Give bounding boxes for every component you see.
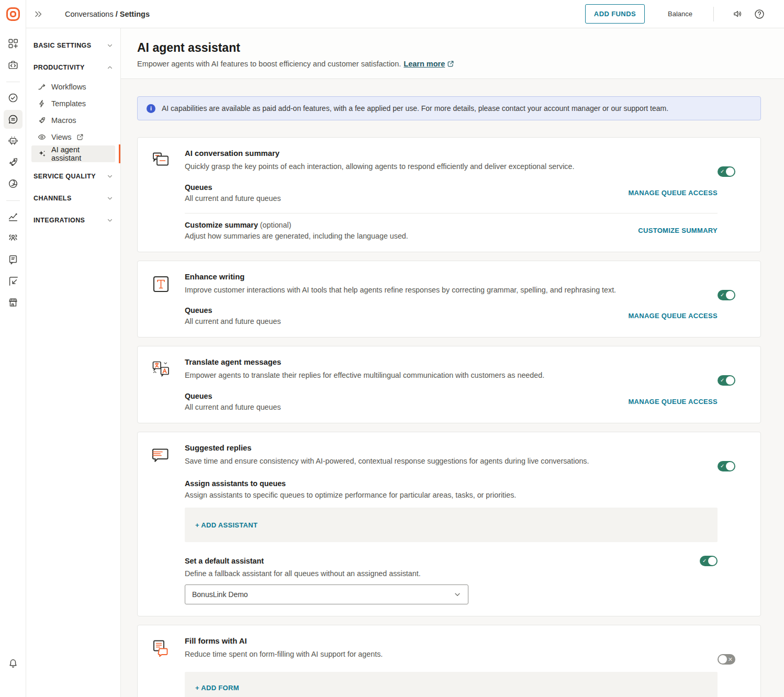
- optional-label: (optional): [260, 221, 292, 229]
- rocket-icon: [38, 116, 46, 125]
- sidebar-item-label: Templates: [51, 99, 86, 108]
- queues-label: Queues: [185, 306, 281, 314]
- answers-bot-icon[interactable]: [4, 131, 23, 150]
- add-form-link[interactable]: + ADD FORM: [195, 684, 239, 692]
- manage-queue-access-link[interactable]: MANAGE QUEUE ACCESS: [628, 312, 718, 320]
- section-label: PRODUCTIVITY: [33, 64, 85, 71]
- queues-row: Queues All current and future queues MAN…: [185, 183, 718, 203]
- check-icon: ✓: [720, 378, 724, 383]
- entry-point-icon[interactable]: [4, 272, 23, 290]
- breadcrumb-product[interactable]: Conversations: [65, 10, 114, 18]
- info-banner: i AI capabilities are available as paid …: [137, 96, 761, 120]
- card-fill-forms-with-ai: Fill forms with AI Reduce time spent on …: [137, 625, 761, 697]
- sidebar-item-workflows[interactable]: Workflows: [26, 78, 120, 95]
- card-ai-conversation-summary: AI conversation summary Quickly grasp th…: [137, 137, 761, 252]
- sidebar-item-views[interactable]: Views: [26, 129, 120, 145]
- topbar: Conversations / Settings ADD FUNDS Balan…: [26, 0, 784, 28]
- default-assistant-label: Set a default assistant: [185, 557, 264, 565]
- enhance-writing-toggle[interactable]: ✓: [718, 290, 735, 300]
- translate-agent-messages-toggle[interactable]: ✓: [718, 375, 735, 386]
- enhance-writing-icon: [150, 273, 172, 326]
- external-link-icon: [76, 133, 84, 141]
- toggle-knob: [719, 655, 727, 664]
- toggle-knob: [726, 376, 734, 385]
- suggested-replies-icon: [150, 444, 172, 605]
- sound-icon[interactable]: [729, 5, 746, 23]
- help-icon[interactable]: [751, 5, 768, 23]
- notifications-bell-icon[interactable]: [4, 654, 23, 673]
- rail-divider: [6, 82, 20, 82]
- moments-target-icon[interactable]: [4, 88, 23, 107]
- conversations-chat-icon[interactable]: [4, 110, 23, 129]
- apps-launcher-icon[interactable]: [4, 34, 23, 53]
- assign-assistants-description: Assign assistants to specific queues to …: [185, 491, 718, 499]
- manage-queue-access-link[interactable]: MANAGE QUEUE ACCESS: [628, 189, 718, 197]
- add-funds-button[interactable]: ADD FUNDS: [585, 4, 645, 24]
- card-translate-agent-messages: Translate agent messages Empower agents …: [137, 346, 761, 423]
- add-assistant-link[interactable]: + ADD ASSISTANT: [195, 521, 257, 529]
- marketplace-store-icon[interactable]: [4, 293, 23, 312]
- sidebar-item-ai-agent-assistant[interactable]: AI agent assistant: [31, 145, 115, 162]
- toggle-knob: [726, 291, 734, 299]
- check-icon: ✓: [702, 558, 707, 564]
- fill-forms-toggle[interactable]: ✕: [718, 654, 735, 665]
- fill-forms-icon: [150, 637, 172, 697]
- default-assistant-select[interactable]: BonusLink Demo: [185, 584, 468, 604]
- manage-queue-access-link[interactable]: MANAGE QUEUE ACCESS: [628, 398, 718, 406]
- card-body: Translate agent messages Empower agents …: [185, 358, 718, 411]
- queues-text: Queues All current and future queues: [185, 183, 281, 203]
- card-title: AI conversation summary: [185, 149, 718, 158]
- customize-summary-link[interactable]: CUSTOMIZE SUMMARY: [638, 227, 718, 234]
- assistants-panel: + ADD ASSISTANT: [185, 508, 718, 542]
- icon-rail: [0, 0, 26, 697]
- flows-swirl-icon[interactable]: [4, 174, 23, 193]
- learn-more-link[interactable]: Learn more: [404, 60, 454, 68]
- check-icon: ✓: [720, 293, 724, 298]
- campaigns-rocket-icon[interactable]: [4, 153, 23, 172]
- sidebar-section-productivity[interactable]: PRODUCTIVITY: [26, 57, 120, 78]
- info-banner-text: AI capabilities are available as paid ad…: [162, 104, 668, 113]
- topbar-right: ADD FUNDS Balance: [585, 4, 784, 24]
- suggested-replies-toggle[interactable]: ✓: [718, 461, 735, 471]
- sidebar-item-templates[interactable]: Templates: [26, 95, 120, 112]
- forms-panel: + ADD FORM: [185, 672, 718, 697]
- sidebar-collapse-icon[interactable]: [33, 9, 43, 19]
- page-subtitle-text: Empower agents with AI features to boost…: [137, 60, 401, 68]
- card-body: Suggested replies Save time and ensure c…: [185, 444, 718, 605]
- productivity-items: Workflows Templates Macros: [26, 78, 120, 165]
- workflow-icon: [38, 83, 46, 91]
- dev-toolbox-icon[interactable]: [4, 55, 23, 74]
- queues-text: Queues All current and future queues: [185, 306, 281, 325]
- breadcrumb[interactable]: Conversations / Settings: [65, 10, 150, 18]
- queues-label: Queues: [185, 392, 281, 400]
- default-assistant-value: BonusLink Demo: [192, 590, 248, 599]
- x-icon: ✕: [728, 657, 733, 662]
- ai-conversation-summary-toggle[interactable]: ✓: [718, 166, 735, 177]
- chevron-down-icon: [107, 173, 113, 179]
- knowledge-book-icon[interactable]: [4, 250, 23, 269]
- chevron-down-icon: [454, 591, 461, 598]
- settings-sidebar: BASIC SETTINGS PRODUCTIVITY Workflows: [26, 28, 121, 697]
- assign-assistants-label: Assign assistants to queues: [185, 479, 718, 488]
- people-icon[interactable]: [4, 229, 23, 248]
- sidebar-section-integrations[interactable]: INTEGRATIONS: [26, 209, 120, 231]
- external-link-icon: [447, 60, 454, 68]
- check-icon: ✓: [720, 464, 724, 469]
- sidebar-section-basic-settings[interactable]: BASIC SETTINGS: [26, 35, 120, 57]
- card-title: Enhance writing: [185, 273, 718, 281]
- chevron-up-icon: [107, 64, 113, 71]
- queues-value: All current and future queues: [185, 403, 281, 411]
- card-description: Improve customer interactions with AI to…: [185, 285, 718, 295]
- customize-summary-row: Customize summary (optional) Adjust how …: [185, 221, 718, 240]
- card-body: AI conversation summary Quickly grasp th…: [185, 149, 718, 240]
- customize-summary-text: Customize summary (optional) Adjust how …: [185, 221, 408, 240]
- sidebar-item-macros[interactable]: Macros: [26, 112, 120, 129]
- default-assistant-toggle[interactable]: ✓: [700, 556, 718, 566]
- queues-label: Queues: [185, 183, 281, 192]
- sidebar-section-service-quality[interactable]: SERVICE QUALITY: [26, 165, 120, 187]
- infobip-logo[interactable]: [5, 6, 21, 23]
- card-title: Fill forms with AI: [185, 637, 718, 645]
- page-header: AI agent assistant Empower agents with A…: [121, 28, 784, 79]
- analytics-icon[interactable]: [4, 207, 23, 226]
- sidebar-section-channels[interactable]: CHANNELS: [26, 187, 120, 209]
